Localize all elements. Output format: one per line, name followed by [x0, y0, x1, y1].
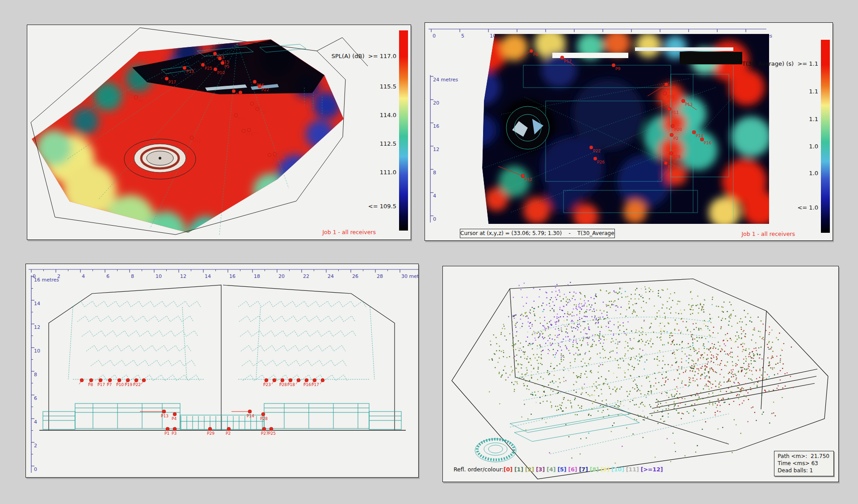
- receiver-dot[interactable]: [250, 102, 254, 105]
- ruler-tick-label: 22: [303, 273, 309, 279]
- receiver-dot[interactable]: [668, 107, 671, 111]
- receiver-dot[interactable]: [80, 378, 84, 382]
- receiver-dot[interactable]: [521, 174, 525, 178]
- receiver-label: P26: [597, 160, 605, 164]
- receiver-dot[interactable]: [183, 66, 186, 70]
- ruler-tick-label: 18: [254, 273, 260, 279]
- ruler-tick-label: 12: [433, 147, 439, 152]
- ruler-tick-label: 28: [377, 273, 383, 279]
- t30-scale-bottom: <= 1.0: [715, 204, 818, 211]
- receiver-dot[interactable]: [99, 378, 102, 382]
- receiver-dot[interactable]: [664, 161, 668, 165]
- receiver-dot[interactable]: [670, 133, 673, 137]
- legend-item: [6]: [568, 466, 577, 473]
- receiver-dot[interactable]: [239, 91, 242, 94]
- receiver-dot[interactable]: [269, 427, 273, 431]
- receiver-dot[interactable]: [663, 92, 667, 95]
- receiver-dot[interactable]: [560, 56, 564, 59]
- receiver-dot[interactable]: [669, 151, 673, 155]
- receiver-dot[interactable]: [162, 410, 166, 413]
- receiver-label: P27: [261, 431, 269, 436]
- receiver-label: P2: [226, 431, 231, 436]
- receiver-dot[interactable]: [692, 130, 696, 134]
- receiver-dot[interactable]: [242, 129, 245, 133]
- receiver-dot[interactable]: [258, 84, 261, 88]
- receiver-dot[interactable]: [297, 378, 300, 382]
- receiver-dot[interactable]: [214, 67, 217, 71]
- receiver-dot[interactable]: [126, 378, 130, 382]
- receiver-dot[interactable]: [118, 378, 121, 382]
- spl-scale-labels: SPL(A) (dB) >= 117.0 <= 109.5 115.5114.0…: [294, 25, 396, 239]
- receiver-dot[interactable]: [321, 378, 324, 382]
- receiver-dot[interactable]: [248, 410, 252, 413]
- receiver-dot[interactable]: [700, 138, 704, 141]
- receiver-label: P10: [116, 382, 124, 387]
- receiver-label: P9: [615, 67, 620, 71]
- receiver-dot[interactable]: [165, 77, 168, 80]
- receiver-dot[interactable]: [265, 378, 268, 382]
- receiver-dot[interactable]: [273, 152, 277, 156]
- receiver-dot[interactable]: [268, 153, 271, 157]
- receiver-dot[interactable]: [208, 427, 212, 431]
- legend-item: [3]: [536, 466, 545, 473]
- receiver-label: P20: [674, 127, 682, 132]
- receiver-label: P16: [303, 382, 311, 387]
- receiver-dot[interactable]: [253, 80, 257, 84]
- receiver-dot[interactable]: [190, 136, 193, 139]
- receiver-dot[interactable]: [262, 427, 266, 431]
- receiver-dot[interactable]: [201, 63, 205, 67]
- receiver-dot[interactable]: [232, 89, 236, 93]
- raytracing-view[interactable]: [443, 266, 838, 482]
- receiver-label: P11: [238, 117, 245, 121]
- receiver-dot[interactable]: [313, 378, 316, 382]
- receiver-dot[interactable]: [108, 378, 112, 382]
- receiver-label: P23: [263, 382, 271, 387]
- receiver-dot[interactable]: [173, 427, 177, 431]
- legend-item: [7]: [579, 466, 588, 473]
- receiver-dot[interactable]: [227, 427, 231, 431]
- receiver-label: P18: [668, 164, 675, 169]
- receiver-dot[interactable]: [142, 378, 146, 382]
- receiver-label: P17: [168, 80, 176, 84]
- receiver-dot[interactable]: [289, 378, 292, 382]
- receiver-label: P17: [564, 59, 572, 63]
- receiver-dot[interactable]: [665, 83, 668, 86]
- receiver-dot[interactable]: [273, 378, 276, 382]
- receiver-dot[interactable]: [612, 63, 615, 67]
- receiver-dot[interactable]: [281, 378, 284, 382]
- receiver-dot[interactable]: [173, 412, 177, 416]
- receiver-dot[interactable]: [261, 412, 265, 416]
- receiver-dot[interactable]: [234, 113, 238, 117]
- reflection-legend-label: Refl. order/colour:: [454, 466, 504, 473]
- receiver-dot[interactable]: [221, 61, 224, 65]
- receiver-dot[interactable]: [135, 378, 138, 382]
- receiver-dot[interactable]: [89, 378, 93, 382]
- receiver-label: P20: [259, 110, 267, 115]
- receiver-dot[interactable]: [671, 124, 674, 128]
- receiver-dot[interactable]: [593, 157, 597, 160]
- ray-info-box: Path <m>: 21.750Time <ms> 63Dead balls: …: [774, 451, 834, 476]
- receiver-label: P8: [138, 99, 143, 103]
- receiver-dot[interactable]: [134, 96, 138, 99]
- receiver-dot[interactable]: [213, 52, 217, 55]
- ruler-tick-label: 20: [433, 100, 439, 106]
- receiver-dot[interactable]: [681, 99, 685, 103]
- receiver-dot[interactable]: [305, 378, 308, 382]
- legend-item: [2]: [525, 466, 534, 473]
- receiver-label: P16: [704, 141, 711, 145]
- ray-info-line: Time <ms> 63: [778, 460, 829, 467]
- receiver-dot[interactable]: [218, 57, 222, 60]
- ruler-tick-label: 2: [34, 443, 37, 449]
- receiver-label: P13: [685, 102, 693, 107]
- ruler-tick-label: 12: [34, 324, 40, 330]
- receiver-dot[interactable]: [166, 427, 169, 431]
- receiver-dot[interactable]: [247, 128, 251, 132]
- receiver-label: P5: [224, 64, 229, 69]
- receiver-dot[interactable]: [589, 146, 593, 149]
- legend-item: [5]: [557, 466, 566, 473]
- section-view[interactable]: 024681012141618202224262830 metres 16 me…: [26, 264, 418, 477]
- receiver-dot[interactable]: [530, 49, 533, 53]
- receiver-label: P14: [254, 105, 261, 109]
- receiver-label: P15: [668, 86, 676, 90]
- t30-color-scale: [821, 40, 830, 233]
